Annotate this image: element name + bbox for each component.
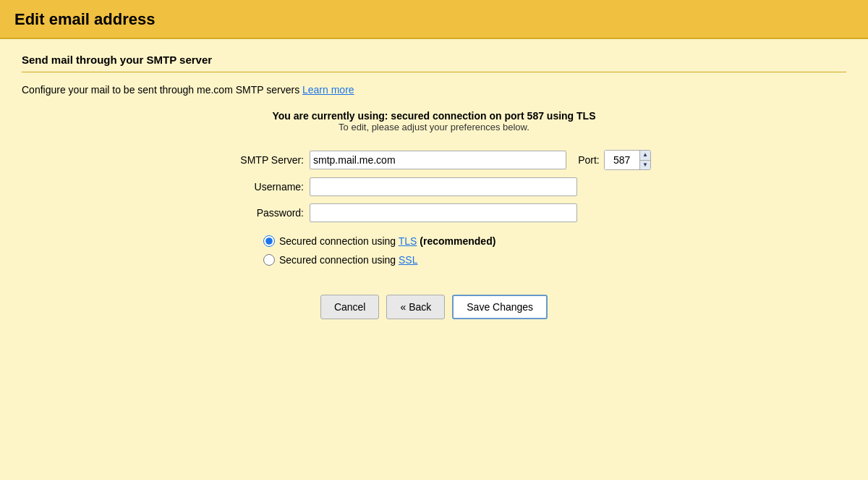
cancel-button[interactable]: Cancel — [320, 295, 380, 319]
port-spinner-down-icon[interactable]: ▼ — [640, 161, 650, 170]
description-prefix: Configure your mail to be sent through m… — [22, 84, 299, 96]
learn-more-link[interactable]: Learn more — [302, 84, 354, 96]
port-input[interactable] — [605, 151, 639, 169]
tls-link[interactable]: TLS — [399, 235, 417, 247]
password-row: Password: — [217, 203, 651, 222]
smtp-row: SMTP Server: Port: ▲ ▼ — [217, 150, 651, 170]
port-spinner[interactable]: ▲ ▼ — [639, 151, 650, 169]
username-input[interactable] — [310, 177, 577, 196]
current-status-box: You are currently using: secured connect… — [22, 110, 846, 132]
ssl-prefix: Secured connection using — [279, 254, 399, 266]
description-text: Configure your mail to be sent through m… — [22, 84, 846, 96]
radio-section: Secured connection using TLS (recommende… — [263, 235, 697, 266]
current-status-sub: To edit, please adjust your preferences … — [22, 122, 846, 132]
tls-radio-row: Secured connection using TLS (recommende… — [263, 235, 495, 247]
ssl-radio-label: Secured connection using SSL — [279, 254, 417, 266]
button-row: Cancel « Back Save Changes — [22, 295, 846, 319]
tls-radio-label: Secured connection using TLS (recommende… — [279, 235, 495, 247]
port-spinner-up-icon[interactable]: ▲ — [640, 151, 650, 161]
password-input[interactable] — [310, 203, 577, 222]
tls-suffix: (recommended) — [417, 235, 495, 247]
main-content: Send mail through your SMTP server Confi… — [0, 39, 868, 341]
save-changes-button[interactable]: Save Changes — [452, 295, 548, 319]
ssl-radio-row: Secured connection using SSL — [263, 254, 417, 266]
smtp-label: SMTP Server: — [217, 154, 304, 166]
username-row: Username: — [217, 177, 651, 196]
smtp-input[interactable] — [310, 151, 566, 169]
current-status-bold: You are currently using: secured connect… — [22, 110, 846, 122]
section-divider — [22, 72, 846, 72]
username-label: Username: — [217, 181, 304, 193]
page-title-bar: Edit email address — [0, 0, 868, 39]
port-label: Port: — [578, 154, 600, 166]
tls-radio[interactable] — [263, 235, 275, 247]
back-button[interactable]: « Back — [386, 295, 445, 319]
port-input-wrapper: ▲ ▼ — [604, 150, 651, 170]
tls-prefix: Secured connection using — [279, 235, 399, 247]
ssl-link[interactable]: SSL — [399, 254, 417, 266]
password-label: Password: — [217, 207, 304, 219]
page-title: Edit email address — [14, 10, 854, 29]
section-title: Send mail through your SMTP server — [22, 54, 846, 66]
ssl-radio[interactable] — [263, 254, 275, 266]
form-section: SMTP Server: Port: ▲ ▼ Username: Passwor… — [22, 150, 846, 266]
